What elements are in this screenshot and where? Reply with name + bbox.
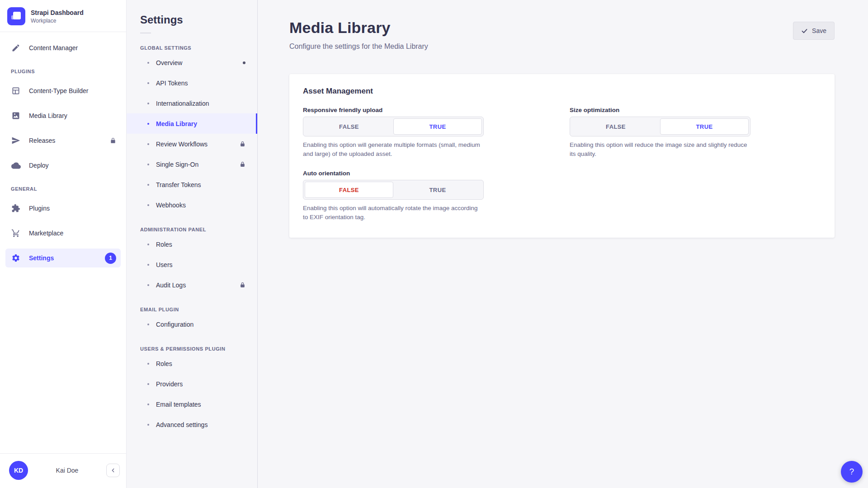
- bullet-dot: [147, 164, 149, 165]
- toggle-option-false[interactable]: FALSE: [305, 118, 393, 135]
- user-avatar[interactable]: KD: [9, 461, 28, 480]
- content-type-builder-icon: [11, 86, 21, 96]
- sidebar-item-content-manager[interactable]: Content Manager: [5, 38, 121, 57]
- toggle-option-true[interactable]: TRUE: [393, 182, 482, 198]
- subnav-item-label: Webhooks: [156, 202, 186, 209]
- deploy-cloud-icon: [11, 160, 21, 170]
- subnav-item-review-workflows[interactable]: Review Workflows: [127, 134, 257, 154]
- subnav-section-users-permissions: USERS & PERMISSIONS PLUGIN Roles Provide…: [127, 346, 257, 435]
- nav-section-header-general: GENERAL: [11, 186, 115, 192]
- field-description: Enabling this option will automatically …: [303, 204, 481, 221]
- subnav-item-label: Single Sign-On: [156, 161, 198, 168]
- subnav-item-label: Review Workflows: [156, 141, 208, 148]
- auto-orientation-toggle: FALSE TRUE: [303, 180, 484, 200]
- subnav-item-transfer-tokens[interactable]: Transfer Tokens: [127, 174, 257, 195]
- subnav-item-label: Roles: [156, 360, 172, 367]
- subnav-item-label: Transfer Tokens: [156, 181, 201, 188]
- page-header: Media Library Configure the settings for…: [289, 19, 835, 51]
- bullet-dot: [147, 424, 149, 426]
- divider: [140, 33, 151, 33]
- subnav-item-providers[interactable]: Providers: [127, 374, 257, 394]
- bullet-dot: [147, 383, 149, 385]
- field-size-optimization: Size optimization FALSE TRUE Enabling th…: [570, 107, 750, 158]
- save-button-label: Save: [812, 27, 826, 34]
- sidebar-item-plugins[interactable]: Plugins: [5, 199, 121, 218]
- primary-nav: Content Manager PLUGINS Content-Type Bui…: [0, 32, 126, 453]
- bullet-dot: [147, 103, 149, 104]
- subnav-item-audit-logs[interactable]: Audit Logs: [127, 275, 257, 295]
- nav-item-label: Content-Type Builder: [29, 87, 89, 94]
- active-indicator-bar: [256, 113, 257, 134]
- primary-sidebar: Strapi Dashboard Workplace Content Manag…: [0, 0, 127, 488]
- subnav-item-users[interactable]: Users: [127, 254, 257, 275]
- chevron-left-icon: [110, 467, 116, 474]
- bullet-dot: [147, 284, 149, 286]
- bullet-dot: [147, 404, 149, 405]
- settings-gear-icon: [11, 253, 21, 263]
- lock-icon: [110, 137, 116, 144]
- subnav-item-advanced-settings[interactable]: Advanced settings: [127, 414, 257, 435]
- sidebar-item-content-type-builder[interactable]: Content-Type Builder: [5, 81, 121, 100]
- subnav-item-label: API Tokens: [156, 80, 188, 87]
- subnav-item-label: Internationalization: [156, 100, 209, 107]
- brand-block[interactable]: Strapi Dashboard Workplace: [0, 0, 126, 32]
- bullet-dot: [147, 324, 149, 325]
- sidebar-collapse-button[interactable]: [106, 464, 120, 477]
- section-title: Asset Management: [303, 87, 821, 96]
- field-label: Responsive friendly upload: [303, 107, 484, 113]
- field-label: Auto orientation: [303, 170, 484, 177]
- subnav-item-internationalization[interactable]: Internationalization: [127, 93, 257, 113]
- settings-fields-grid: Responsive friendly upload FALSE TRUE En…: [303, 107, 821, 221]
- page-header-text: Media Library Configure the settings for…: [289, 19, 428, 51]
- toggle-option-true[interactable]: TRUE: [660, 118, 749, 135]
- nav-item-label: Releases: [29, 137, 55, 144]
- field-responsive-friendly-upload: Responsive friendly upload FALSE TRUE En…: [303, 107, 484, 158]
- plugins-puzzle-icon: [11, 203, 21, 213]
- nav-item-label: Marketplace: [29, 230, 63, 237]
- subnav-item-webhooks[interactable]: Webhooks: [127, 195, 257, 215]
- nav-item-label: Settings: [29, 254, 54, 262]
- sidebar-item-deploy[interactable]: Deploy: [5, 156, 121, 175]
- nav-section-header-plugins: PLUGINS: [11, 69, 115, 74]
- subnav-item-media-library[interactable]: Media Library: [127, 113, 257, 134]
- content-manager-icon: [11, 43, 21, 53]
- sidebar-item-releases[interactable]: Releases: [5, 131, 121, 150]
- subnav-section-global-settings: GLOBAL SETTINGS Overview API Tokens Inte…: [127, 45, 257, 215]
- toggle-option-true[interactable]: TRUE: [393, 118, 482, 135]
- sidebar-item-settings[interactable]: Settings 1: [5, 249, 121, 267]
- toggle-option-false[interactable]: FALSE: [571, 118, 660, 135]
- subnav-title: Settings: [127, 14, 257, 26]
- marketplace-cart-icon: [11, 228, 21, 238]
- subnav-item-label: Providers: [156, 380, 183, 388]
- bullet-dot: [147, 184, 149, 186]
- sidebar-item-marketplace[interactable]: Marketplace: [5, 224, 121, 243]
- subnav-item-overview[interactable]: Overview: [127, 52, 257, 73]
- field-auto-orientation: Auto orientation FALSE TRUE Enabling thi…: [303, 170, 484, 221]
- nav-item-label: Content Manager: [29, 44, 78, 52]
- save-button[interactable]: Save: [793, 22, 835, 40]
- subnav-item-roles-admin[interactable]: Roles: [127, 234, 257, 254]
- main-content: Media Library Configure the settings for…: [258, 0, 868, 488]
- sidebar-item-media-library[interactable]: Media Library: [5, 106, 121, 125]
- responsive-friendly-upload-toggle: FALSE TRUE: [303, 117, 484, 136]
- bullet-dot: [147, 123, 149, 125]
- user-name: Kai Doe: [28, 467, 106, 474]
- subnav-item-roles-up[interactable]: Roles: [127, 353, 257, 374]
- media-library-icon: [11, 111, 21, 121]
- asset-management-card: Asset Management Responsive friendly upl…: [289, 74, 835, 238]
- user-area: KD Kai Doe: [0, 453, 126, 488]
- bullet-dot: [147, 143, 149, 145]
- field-description: Enabling this option will generate multi…: [303, 141, 481, 158]
- question-mark-icon: ?: [849, 467, 854, 477]
- subnav-item-api-tokens[interactable]: API Tokens: [127, 73, 257, 93]
- bullet-dot: [147, 82, 149, 84]
- brand-subtitle: Workplace: [31, 18, 84, 24]
- subnav-item-configuration[interactable]: Configuration: [127, 314, 257, 334]
- subnav-item-single-sign-on[interactable]: Single Sign-On: [127, 154, 257, 174]
- lock-icon: [240, 141, 245, 147]
- field-description: Enabling this option will reduce the ima…: [570, 141, 748, 158]
- help-button[interactable]: ?: [841, 461, 863, 483]
- toggle-option-false[interactable]: FALSE: [305, 182, 393, 198]
- notification-dot: [243, 61, 245, 64]
- subnav-item-email-templates[interactable]: Email templates: [127, 394, 257, 414]
